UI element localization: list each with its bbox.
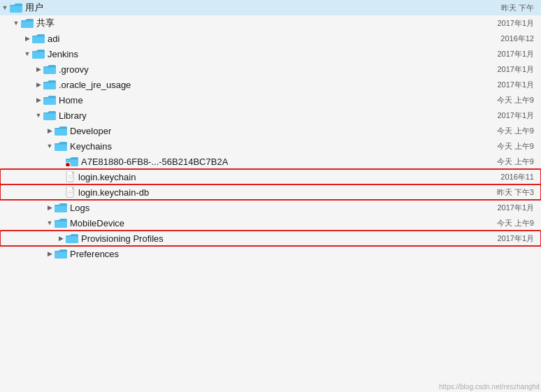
row-date-library: 2017年1月 bbox=[471, 110, 534, 121]
row-label-oracle: .oracle_jre_usage bbox=[59, 80, 131, 90]
row-date-oracle: 2017年1月 bbox=[471, 80, 534, 90]
file-icon bbox=[66, 171, 75, 182]
svg-rect-22 bbox=[66, 235, 78, 243]
expand-triangle-provprofiles[interactable] bbox=[56, 233, 66, 243]
tree-row-oracle[interactable]: .oracle_jre_usage2017年1月 bbox=[0, 77, 541, 92]
row-label-jenkins: Jenkins bbox=[48, 49, 78, 59]
expand-triangle-gonxiang[interactable] bbox=[11, 18, 21, 28]
folder-icon bbox=[21, 18, 34, 28]
row-label-groovy: .groovy bbox=[59, 64, 89, 75]
svg-rect-8 bbox=[55, 128, 67, 136]
row-date-provprofiles: 2017年1月 bbox=[471, 233, 534, 244]
row-label-login-keychain-db: login.keychain-db bbox=[78, 187, 149, 198]
expand-triangle-jenkins[interactable] bbox=[22, 49, 32, 59]
row-label-logs: Logs bbox=[70, 203, 89, 213]
folder-icon bbox=[55, 218, 67, 228]
row-label-library: Library bbox=[59, 110, 87, 121]
folder-icon bbox=[66, 233, 78, 243]
svg-rect-21 bbox=[55, 220, 67, 228]
expand-triangle-keychains[interactable] bbox=[45, 141, 55, 151]
expand-triangle-home[interactable] bbox=[34, 95, 43, 105]
svg-rect-5 bbox=[43, 82, 56, 89]
folder-icon bbox=[55, 249, 67, 259]
svg-rect-4 bbox=[43, 66, 56, 74]
folder-icon bbox=[55, 141, 67, 151]
tree-row-mobiledevice[interactable]: MobileDevice今天 上午9 bbox=[0, 215, 541, 231]
row-date-yonghu: 昨天 下午 bbox=[471, 3, 534, 13]
tree-row-jenkins[interactable]: Jenkins2017年1月 bbox=[0, 46, 541, 61]
folder-icon bbox=[55, 126, 67, 136]
row-date-login-keychain-db: 昨天 下午3 bbox=[471, 187, 534, 198]
row-label-home: Home bbox=[59, 95, 83, 106]
row-label-yonghu: 用户 bbox=[25, 1, 43, 14]
row-label-preferences: Preferences bbox=[70, 249, 119, 259]
expand-triangle-yonghu[interactable] bbox=[0, 3, 10, 13]
keychain-folder-icon bbox=[66, 157, 78, 166]
row-date-jenkins: 2017年1月 bbox=[471, 49, 534, 59]
row-date-home: 今天 上午9 bbox=[471, 95, 534, 106]
svg-rect-1 bbox=[21, 20, 34, 28]
folder-icon bbox=[43, 80, 56, 89]
row-date-login-keychain: 2016年11 bbox=[471, 172, 534, 182]
row-date-a7e: 今天 上午9 bbox=[471, 157, 534, 167]
row-date-adi: 2016年12 bbox=[471, 34, 534, 44]
svg-rect-20 bbox=[55, 205, 67, 212]
tree-row-login-keychain[interactable]: login.keychain2016年11 bbox=[0, 169, 541, 184]
row-date-developer: 今天 上午9 bbox=[471, 126, 534, 136]
svg-rect-6 bbox=[43, 97, 56, 105]
row-label-gonxiang: 共享 bbox=[36, 17, 55, 29]
tree-row-library[interactable]: Library2017年1月 bbox=[0, 108, 541, 123]
expand-triangle-oracle[interactable] bbox=[34, 80, 43, 89]
svg-rect-0 bbox=[10, 5, 22, 13]
expand-triangle-developer[interactable] bbox=[45, 126, 55, 136]
svg-rect-23 bbox=[55, 251, 67, 259]
folder-icon bbox=[32, 34, 45, 43]
tree-row-provprofiles[interactable]: Provisioning Profiles2017年1月 bbox=[0, 231, 541, 246]
row-label-adi: adi bbox=[48, 34, 59, 44]
folder-icon bbox=[43, 95, 56, 105]
tree-row-adi[interactable]: adi2016年12 bbox=[0, 31, 541, 46]
svg-rect-7 bbox=[43, 112, 56, 120]
svg-rect-3 bbox=[32, 51, 45, 59]
row-date-logs: 2017年1月 bbox=[471, 203, 534, 213]
expand-triangle-library[interactable] bbox=[34, 110, 43, 120]
svg-rect-2 bbox=[32, 36, 45, 43]
folder-icon bbox=[32, 49, 45, 59]
file-icon bbox=[66, 187, 75, 198]
tree-row-a7e[interactable]: A7E81880-6FB8-...-56B214BC7B2A今天 上午9 bbox=[0, 154, 541, 169]
tree-row-keychains[interactable]: Keychains今天 上午9 bbox=[0, 138, 541, 154]
expand-triangle-adi[interactable] bbox=[22, 34, 32, 43]
tree-row-logs[interactable]: Logs2017年1月 bbox=[0, 200, 541, 215]
expand-triangle-mobiledevice[interactable] bbox=[45, 218, 55, 228]
expand-triangle-groovy[interactable] bbox=[34, 64, 43, 74]
svg-point-11 bbox=[66, 163, 71, 167]
folder-icon bbox=[43, 64, 56, 74]
svg-rect-9 bbox=[55, 143, 67, 151]
folder-icon bbox=[10, 3, 22, 13]
row-label-mobiledevice: MobileDevice bbox=[70, 218, 124, 228]
folder-icon bbox=[43, 110, 56, 120]
row-label-provprofiles: Provisioning Profiles bbox=[81, 233, 164, 244]
row-label-a7e: A7E81880-6FB8-...-56B214BC7B2A bbox=[81, 157, 228, 167]
expand-triangle-logs[interactable] bbox=[45, 203, 55, 212]
row-label-keychains: Keychains bbox=[70, 141, 112, 152]
tree-row-yonghu[interactable]: 用户昨天 下午 bbox=[0, 0, 541, 15]
folder-icon bbox=[55, 203, 67, 212]
tree-row-login-keychain-db[interactable]: login.keychain-db昨天 下午3 bbox=[0, 184, 541, 200]
row-date-mobiledevice: 今天 上午9 bbox=[471, 218, 534, 228]
tree-row-preferences[interactable]: Preferences bbox=[0, 246, 541, 261]
tree-row-home[interactable]: Home今天 上午9 bbox=[0, 92, 541, 108]
row-label-developer: Developer bbox=[70, 126, 111, 136]
file-tree: 用户昨天 下午 共享2017年1月 adi2016年12 Jenkins2017… bbox=[0, 0, 541, 392]
tree-row-groovy[interactable]: .groovy2017年1月 bbox=[0, 61, 541, 77]
row-date-gonxiang: 2017年1月 bbox=[471, 18, 534, 29]
row-date-keychains: 今天 上午9 bbox=[471, 141, 534, 152]
row-date-groovy: 2017年1月 bbox=[471, 64, 534, 75]
row-label-login-keychain: login.keychain bbox=[78, 172, 136, 182]
expand-triangle-preferences[interactable] bbox=[45, 249, 55, 259]
tree-row-gonxiang[interactable]: 共享2017年1月 bbox=[0, 15, 541, 31]
tree-row-developer[interactable]: Developer今天 上午9 bbox=[0, 123, 541, 138]
